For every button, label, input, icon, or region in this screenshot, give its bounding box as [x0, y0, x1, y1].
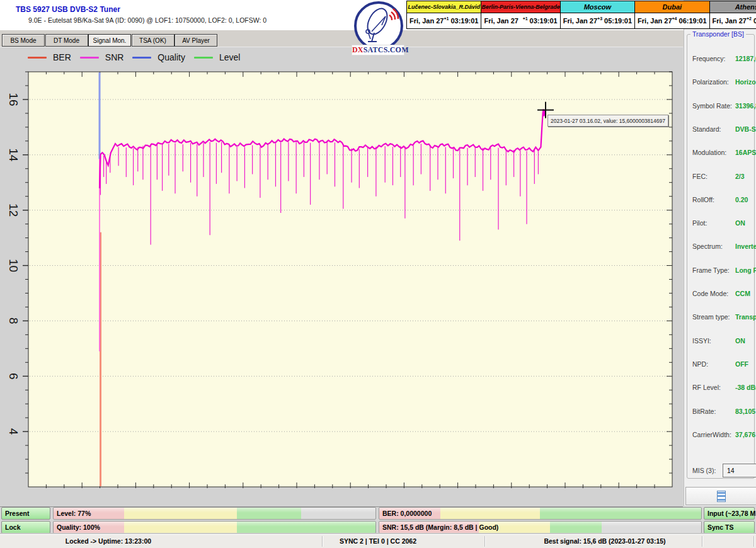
clock-dubai: DubaiFri, Jan 27+406:19:01 [634, 1, 709, 28]
field-value: 0.20 [735, 196, 748, 203]
clock-hms: 04:19:01 [753, 17, 756, 25]
transponder-field-symbolrate: Symbol Rate:31396,849 KS/s [687, 102, 756, 111]
clock-time: Fri, Jan 27+204:19:01 [710, 13, 756, 28]
clock-city-label: Athens [710, 1, 756, 13]
clock-berlin-paris-vienna-belgrade: Berlin-Paris-Vienna-BelgradeFri, Jan 27+… [481, 1, 559, 28]
clock-utc-offset: +2 [747, 16, 752, 21]
transponder-field-streamtype: Stream type:Transport [687, 313, 756, 322]
field-label: Symbol Rate: [692, 102, 732, 110]
field-value: ON [735, 337, 745, 345]
chip-present: Present [1, 507, 50, 520]
field-label: Frequency: [692, 55, 726, 62]
tab-bar: BS ModeDT ModeSignal Mon.TSA (OK)AV Play… [0, 30, 684, 47]
field-label: NPD: [692, 360, 708, 368]
clock-hms: 06:19:01 [679, 17, 707, 25]
best-signal-status: Best signal: 15,6 dB (2023-01-27 03:15) [544, 537, 665, 545]
progress-bar-level: Level: 77% [53, 507, 376, 520]
legend-label: SNR [105, 52, 124, 62]
uptime-status: Locked -> Uptime: 13:23:00 [66, 537, 151, 545]
transponder-title: Transponder [BS] [690, 30, 746, 38]
chart-tooltip: 2023-01-27 03.16.02, value: 15,600000381… [547, 115, 668, 127]
field-label: Spectrum: [692, 243, 723, 250]
progress-bar-label: Level: 77% [57, 510, 91, 517]
clock-hms: 03:19:01 [530, 17, 558, 25]
chart-legend: BERSNRQualityLevel [28, 52, 240, 62]
progress-bar-label: SNR: 15,5 dB (Margin: 8,5 dB | Good) [382, 523, 498, 531]
transponder-field-bitrate: BitRate:83,105 Mbit/s [687, 408, 756, 416]
field-value: Horizontal [735, 78, 756, 86]
field-label: RollOff: [692, 196, 714, 203]
field-label: BitRate: [692, 408, 716, 415]
field-label: Pilot: [692, 219, 707, 227]
statusbar-divider [702, 536, 702, 547]
tab-bs-mode[interactable]: BS Mode [2, 34, 45, 47]
field-label: Stream type: [692, 313, 730, 321]
legend-item-ber: BER [28, 52, 71, 62]
legend-swatch [28, 57, 47, 59]
clock-city-label: Moscow [561, 1, 634, 13]
world-clocks: Lučenec-Slovakia_R.DávidFri, Jan 27+103:… [406, 1, 756, 29]
field-label: ISSYI: [692, 337, 711, 345]
clock-city-label: Berlin-Paris-Vienna-Belgrade [481, 1, 559, 13]
ts-tool-button[interactable] [685, 487, 756, 505]
chip-input-mbps-: Input (~23,78 Mbps) [704, 507, 755, 520]
transponder-field-rflevel: RF Level:-38 dBm [687, 384, 756, 392]
transponder-field-standard: Standard:DVB-S2 [687, 125, 756, 134]
clock-hms: 03:19:01 [450, 17, 478, 25]
statusbar-divider [484, 536, 485, 547]
field-value: 2/3 [735, 173, 745, 180]
field-value: OFF [735, 360, 748, 368]
transponder-field-rolloff: RollOff:0.20 [687, 196, 756, 205]
legend-item-snr: SNR [80, 52, 124, 62]
dxsatcs-logo: DXSATCS.COM [352, 1, 403, 57]
clock-time: Fri, Jan 27+406:19:01 [635, 13, 709, 28]
tuner-application-window: TBS 5927 USB DVB-S2 Tuner 9.0E - Eutelsa… [0, 0, 756, 548]
satellite-dish-icon [357, 4, 401, 48]
field-value: Transport [735, 313, 756, 321]
field-label: Modulation: [692, 149, 726, 156]
transponder-field-fec: FEC:2/3 [687, 173, 756, 181]
clock-city-label: Dubai [635, 1, 709, 13]
sync-status: SYNC 2 | TEI 0 | CC 2062 [340, 537, 416, 545]
logo-wordmark: DXSATCS.COM [352, 45, 404, 55]
progress-bar-snr: SNR: 15,5 dB (Margin: 8,5 dB | Good) [379, 521, 702, 534]
field-value: DVB-S2 [735, 125, 756, 133]
list-icon [717, 491, 726, 502]
y-axis-label: 12 [7, 203, 20, 217]
field-label: Frame Type: [692, 266, 730, 274]
signal-monitor-panel: BERSNRQualityLevel 46810121416 2023-01-2… [0, 47, 683, 507]
transponder-field-frequency: Frequency:12187,624 MHz [687, 55, 756, 64]
logo-circle [354, 1, 403, 50]
app-title: TBS 5927 USB DVB-S2 Tuner [16, 5, 120, 14]
clock-date: Fri, Jan 27 [638, 17, 672, 25]
progress-bar-label: Quality: 100% [57, 523, 100, 531]
tab-av-player[interactable]: AV Player [175, 34, 217, 47]
status-bar: Locked -> Uptime: 13:23:00 SYNC 2 | TEI … [0, 534, 756, 548]
tab-signal-mon-[interactable]: Signal Mon. [88, 34, 131, 47]
signal-chart[interactable]: 46810121416 [0, 47, 683, 488]
tab-tsa-ok-[interactable]: TSA (OK) [132, 34, 175, 47]
transponder-field-polarization: Polarization:Horizontal [687, 78, 756, 87]
satellite-subtitle: 9.0E - Eutelsat 9B/Ka-Sat 9A (ID: 0090) … [28, 16, 266, 24]
field-value: 37,676 MHz [735, 431, 756, 438]
tab-dt-mode[interactable]: DT Mode [45, 34, 88, 47]
legend-label: Quality [158, 52, 185, 62]
legend-label: BER [53, 52, 71, 62]
transponder-field-npd: NPD:OFF [687, 360, 756, 369]
clock-lu-enec-slovakia-r-d-vid: Lučenec-Slovakia_R.DávidFri, Jan 27+103:… [407, 1, 481, 28]
y-axis-label: 4 [7, 428, 20, 435]
clock-date: Fri, Jan 27 [563, 17, 597, 25]
legend-label: Level [219, 52, 240, 62]
field-value: 12187,624 MHz [735, 55, 756, 62]
field-label: Code Mode: [692, 290, 728, 297]
clock-utc-offset: +1 [444, 16, 449, 21]
mis-dropdown[interactable]: 14 ▾ [723, 464, 756, 477]
chip-sync-ts: Sync TS [704, 521, 755, 534]
clock-utc-offset: +4 [672, 16, 677, 21]
transponder-field-carrierwidth: CarrierWidth:37,676 MHz [687, 431, 756, 440]
clock-date: Fri, Jan 27 [410, 17, 444, 25]
transponder-field-codemode: Code Mode:CCM [687, 290, 756, 299]
transponder-field-spectrum: Spectrum:Inverted [687, 243, 756, 251]
transponder-field-frametype: Frame Type:Long Frame [687, 266, 756, 275]
clock-utc-offset: +3 [597, 16, 602, 21]
